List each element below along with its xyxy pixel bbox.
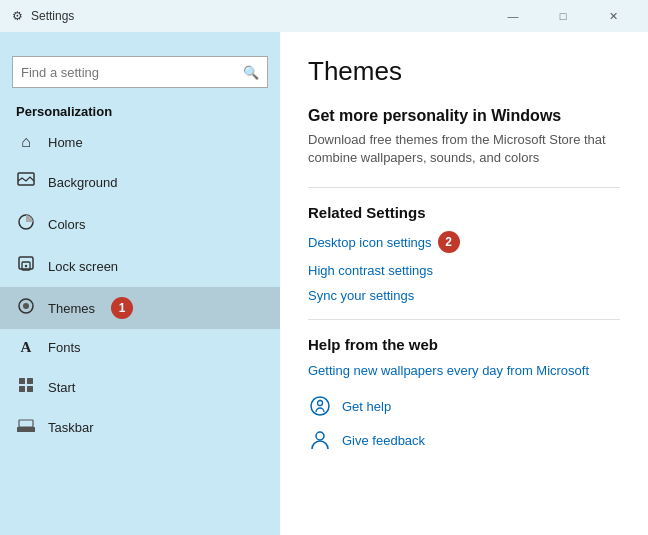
get-help-icon bbox=[308, 394, 332, 418]
sidebar-item-taskbar[interactable]: Taskbar bbox=[0, 408, 280, 446]
give-feedback-link[interactable]: Give feedback bbox=[342, 433, 425, 448]
divider-2 bbox=[308, 319, 620, 320]
minimize-button[interactable]: — bbox=[490, 0, 536, 32]
sidebar-item-background[interactable]: Background bbox=[0, 161, 280, 203]
svg-rect-12 bbox=[19, 420, 33, 427]
colors-icon bbox=[16, 213, 36, 235]
svg-rect-7 bbox=[19, 378, 25, 384]
svg-rect-11 bbox=[17, 427, 35, 432]
desktop-icon-badge: 2 bbox=[438, 231, 460, 253]
divider-1 bbox=[308, 187, 620, 188]
maximize-button[interactable]: □ bbox=[540, 0, 586, 32]
sidebar-item-start[interactable]: Start bbox=[0, 366, 280, 408]
give-feedback-icon bbox=[308, 428, 332, 452]
sidebar-item-lock-screen[interactable]: Lock screen bbox=[0, 245, 280, 287]
sidebar-item-taskbar-label: Taskbar bbox=[48, 420, 94, 435]
svg-rect-2 bbox=[19, 257, 33, 269]
help-section-title: Help from the web bbox=[308, 336, 620, 353]
sidebar-item-lock-screen-label: Lock screen bbox=[48, 259, 118, 274]
sidebar-item-colors-label: Colors bbox=[48, 217, 86, 232]
settings-icon: ⚙ bbox=[12, 9, 23, 23]
desktop-icon-settings-link[interactable]: Desktop icon settings bbox=[308, 235, 432, 250]
svg-point-14 bbox=[318, 401, 323, 406]
sidebar-item-fonts[interactable]: A Fonts bbox=[0, 329, 280, 366]
sidebar-item-background-label: Background bbox=[48, 175, 117, 190]
sidebar-item-colors[interactable]: Colors bbox=[0, 203, 280, 245]
svg-point-6 bbox=[23, 303, 29, 309]
get-more-heading: Get more personality in Windows bbox=[308, 107, 620, 125]
sidebar-item-fonts-label: Fonts bbox=[48, 340, 81, 355]
home-icon: ⌂ bbox=[16, 133, 36, 151]
get-more-subtitle: Download free themes from the Microsoft … bbox=[308, 131, 620, 167]
themes-badge: 1 bbox=[111, 297, 133, 319]
sidebar-item-start-label: Start bbox=[48, 380, 75, 395]
sidebar-item-home[interactable]: ⌂ Home bbox=[0, 123, 280, 161]
sync-settings-link[interactable]: Sync your settings bbox=[308, 288, 414, 303]
svg-point-4 bbox=[25, 265, 27, 267]
get-help-link[interactable]: Get help bbox=[342, 399, 391, 414]
sidebar: 🔍 Personalization ⌂ Home Background bbox=[0, 32, 280, 535]
desktop-icon-settings-item[interactable]: Desktop icon settings 2 bbox=[308, 231, 620, 253]
search-box[interactable]: 🔍 bbox=[12, 56, 268, 88]
sidebar-header bbox=[0, 32, 280, 56]
svg-point-15 bbox=[316, 432, 324, 440]
sync-settings-item[interactable]: Sync your settings bbox=[308, 288, 620, 303]
get-help-item[interactable]: Get help bbox=[308, 394, 620, 418]
sidebar-item-themes[interactable]: Themes 1 bbox=[0, 287, 280, 329]
taskbar-icon bbox=[16, 418, 36, 436]
themes-icon bbox=[16, 297, 36, 319]
search-icon: 🔍 bbox=[243, 65, 259, 80]
lock-screen-icon bbox=[16, 255, 36, 277]
title-bar-controls: — □ ✕ bbox=[490, 0, 636, 32]
svg-rect-9 bbox=[19, 386, 25, 392]
wallpapers-help-link[interactable]: Getting new wallpapers every day from Mi… bbox=[308, 363, 620, 378]
sidebar-section-label: Personalization bbox=[0, 96, 280, 123]
high-contrast-settings-item[interactable]: High contrast settings bbox=[308, 263, 620, 278]
app-title: Settings bbox=[31, 9, 74, 23]
start-icon bbox=[16, 376, 36, 398]
high-contrast-settings-link[interactable]: High contrast settings bbox=[308, 263, 433, 278]
sidebar-item-home-label: Home bbox=[48, 135, 83, 150]
sidebar-item-themes-label: Themes bbox=[48, 301, 95, 316]
content-area: Themes Get more personality in Windows D… bbox=[280, 32, 648, 535]
title-bar: ⚙ Settings — □ ✕ bbox=[0, 0, 648, 32]
related-settings-title: Related Settings bbox=[308, 204, 620, 221]
search-input[interactable] bbox=[21, 65, 243, 80]
give-feedback-item[interactable]: Give feedback bbox=[308, 428, 620, 452]
title-bar-left: ⚙ Settings bbox=[12, 9, 74, 23]
background-icon bbox=[16, 171, 36, 193]
svg-rect-8 bbox=[27, 378, 33, 384]
close-button[interactable]: ✕ bbox=[590, 0, 636, 32]
svg-rect-10 bbox=[27, 386, 33, 392]
app-body: 🔍 Personalization ⌂ Home Background bbox=[0, 32, 648, 535]
fonts-icon: A bbox=[16, 339, 36, 356]
page-title: Themes bbox=[308, 56, 620, 87]
